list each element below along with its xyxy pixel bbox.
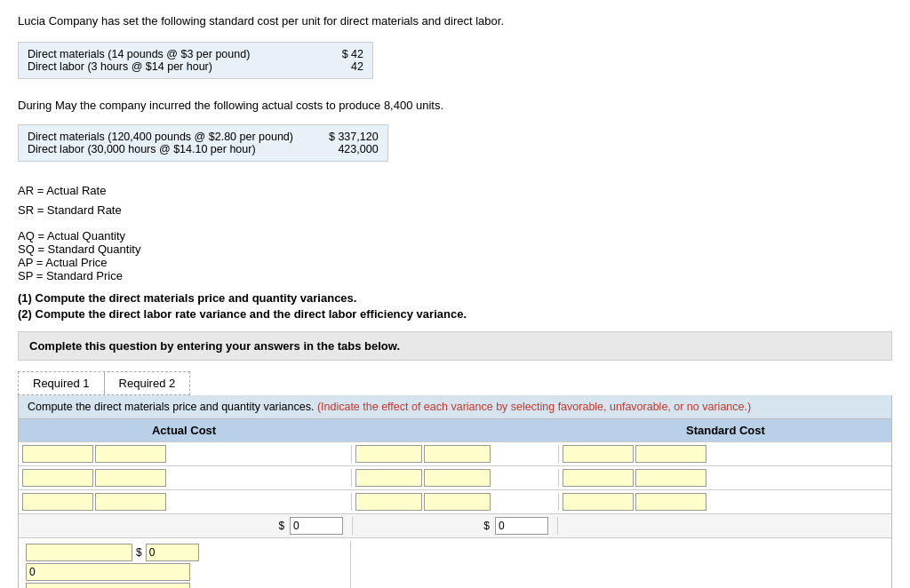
standard-input-3b[interactable]: [635, 493, 706, 511]
middle-total-input[interactable]: [495, 517, 548, 535]
variance-left-input-1[interactable]: [26, 544, 132, 561]
cost2-value: 42: [351, 60, 363, 73]
input-row-1: [19, 442, 891, 466]
question-1: (1) Compute the direct materials price a…: [18, 291, 892, 305]
standard-input-3a[interactable]: [563, 493, 634, 511]
variance-left-dollar: $: [134, 546, 144, 559]
middle-header-empty: [350, 419, 560, 441]
standard-cost-table: Direct materials (14 pounds @ $3 per pou…: [18, 42, 373, 79]
variance-section: $: [19, 538, 891, 588]
instruction-detail-text: Compute the direct materials price and q…: [28, 401, 314, 413]
cost1-label: Direct materials (14 pounds @ $3 per pou…: [28, 48, 250, 60]
tab-required1[interactable]: Required 1: [19, 372, 105, 394]
middle-inputs-row2: [351, 469, 559, 487]
def-sq: SQ = Standard Quantity: [18, 242, 892, 256]
actual2-value: 423,000: [338, 143, 378, 155]
tabs-wrapper: Required 1 Required 2: [18, 371, 892, 395]
actual-total: $: [26, 517, 352, 535]
actual-total-input[interactable]: [290, 517, 343, 535]
middle-total: $: [352, 517, 558, 535]
actual-cost-header: Actual Cost: [19, 419, 350, 441]
def-sp: SP = Standard Price: [18, 269, 892, 282]
instruction-detail-bar: Compute the direct materials price and q…: [18, 395, 892, 419]
actual-input-1b[interactable]: [95, 445, 166, 463]
variance-left-amount-1[interactable]: [146, 544, 199, 561]
actual2-label: Direct labor (30,000 hours @ $14.10 per …: [28, 143, 256, 155]
variance-left: $: [22, 541, 351, 588]
actual1-value: $ 337,120: [329, 131, 379, 143]
middle-inputs-row1: [351, 445, 559, 463]
middle-inputs-row3: [351, 493, 559, 511]
standard-cost-inputs-row3: [559, 493, 888, 511]
middle-input-3b[interactable]: [424, 493, 491, 511]
middle-input-1a[interactable]: [355, 445, 422, 463]
tab-required2[interactable]: Required 2: [105, 372, 190, 394]
cost2-label: Direct labor (3 hours @ $14 per hour): [28, 60, 212, 73]
def-ap: AP = Actual Price: [18, 256, 892, 269]
middle-input-2b[interactable]: [424, 469, 491, 487]
actual-input-1a[interactable]: [22, 445, 93, 463]
middle-input-1b[interactable]: [424, 445, 491, 463]
intro-line2: During May the company incurred the foll…: [18, 99, 892, 112]
total-row: $ $: [19, 514, 891, 538]
standard-input-1a[interactable]: [563, 445, 634, 463]
variance-left-row3: [26, 583, 347, 588]
variance-left-input-3[interactable]: [26, 583, 190, 588]
middle-dollar-sign: $: [482, 520, 491, 532]
actual1-label: Direct materials (120,400 pounds @ $2.80…: [28, 131, 293, 143]
actual-cost-inputs-row1: [22, 445, 351, 463]
actual-input-3b[interactable]: [95, 493, 166, 511]
variance-left-row2: [26, 563, 347, 581]
input-row-2: [19, 466, 891, 490]
instruction-highlight-text: (Indicate the effect of each variance by…: [317, 401, 751, 413]
actual-cost-inputs-row3: [22, 493, 351, 511]
cost1-value: $ 42: [342, 48, 363, 60]
variance-left-amount-2[interactable]: [26, 563, 190, 581]
variance-right: [351, 541, 888, 588]
headers-row: Actual Cost Standard Cost: [19, 419, 891, 442]
intro-line1: Lucia Company has set the following stan…: [18, 14, 892, 28]
def-aq: AQ = Actual Quantity: [18, 229, 892, 242]
actual-input-2a[interactable]: [22, 469, 93, 487]
standard-cost-header: Standard Cost: [560, 419, 891, 441]
middle-input-2a[interactable]: [355, 469, 422, 487]
standard-input-1b[interactable]: [635, 445, 706, 463]
question-2: (2) Compute the direct labor rate varian…: [18, 307, 892, 321]
standard-cost-inputs-row2: [559, 469, 888, 487]
actual-input-3a[interactable]: [22, 493, 93, 511]
actual-input-2b[interactable]: [95, 469, 166, 487]
standard-input-2a[interactable]: [563, 469, 634, 487]
actual-cost-row-2: Direct labor (30,000 hours @ $14.10 per …: [28, 143, 379, 155]
questions-section: (1) Compute the direct materials price a…: [18, 291, 892, 321]
variance-left-row1: $: [26, 544, 347, 561]
actual-cost-row-1: Direct materials (120,400 pounds @ $2.80…: [28, 131, 379, 143]
actual-cost-table: Direct materials (120,400 pounds @ $2.80…: [18, 124, 388, 162]
middle-input-3a[interactable]: [355, 493, 422, 511]
def-sr: SR = Standard Rate: [18, 201, 892, 220]
standard-cost-inputs-row1: [559, 445, 888, 463]
standard-cost-row-1: Direct materials (14 pounds @ $3 per pou…: [28, 48, 363, 60]
tabs-container: Required 1 Required 2: [18, 371, 190, 395]
actual-cost-inputs-row2: [22, 469, 351, 487]
actual-dollar-sign: $: [276, 520, 286, 532]
input-row-3: [19, 490, 891, 514]
standard-input-2b[interactable]: [635, 469, 706, 487]
instruction-box: Complete this question by entering your …: [18, 331, 892, 361]
def-ar: AR = Actual Rate: [18, 181, 892, 201]
main-content-area: Actual Cost Standard Cost: [18, 419, 892, 588]
standard-cost-row-2: Direct labor (3 hours @ $14 per hour) 42: [28, 60, 363, 73]
definitions-section: AR = Actual Rate SR = Standard Rate: [18, 181, 892, 220]
